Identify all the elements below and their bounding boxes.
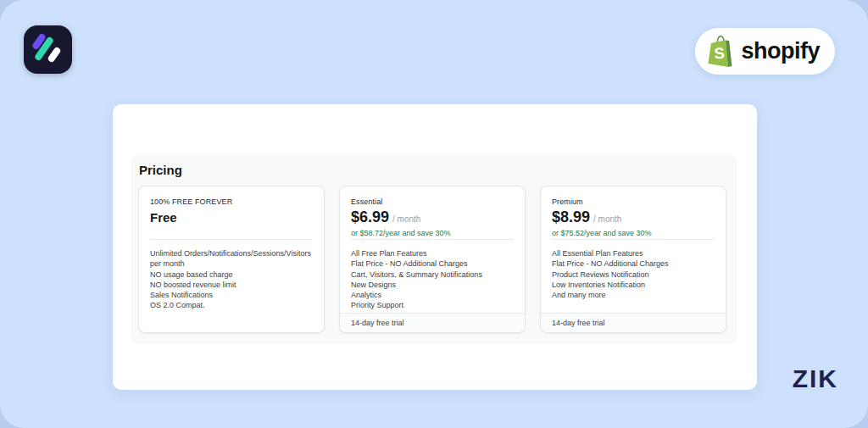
feature-item: And many more [552, 290, 715, 300]
plan-period: / month [593, 214, 621, 224]
plan-card-premium: Premium $8.99 / month or $75.52/year and… [540, 186, 726, 333]
pricing-title: Pricing [139, 163, 730, 177]
page-background: S shopify Pricing 100% FREE FOREVER Free… [0, 0, 868, 428]
feature-item: Sales Notifications [150, 290, 313, 300]
feature-item: OS 2.0 Compat. [150, 300, 313, 310]
price-row: $6.99 / month [351, 208, 514, 226]
feature-item: Priority Support [351, 300, 514, 310]
feature-item: NO boosted revenue limit [150, 280, 313, 290]
feature-list: All Essential Plan Features Flat Price -… [541, 240, 726, 300]
shopify-bag-icon: S [707, 36, 734, 68]
feature-item: Low Inventories Notification [552, 280, 715, 290]
app-logo[interactable] [24, 25, 72, 74]
svg-text:S: S [714, 43, 726, 62]
feature-item: Product Reviews Notification [552, 270, 715, 280]
shopify-wordmark: shopify [741, 38, 820, 64]
plan-card-essential: Essential $6.99 / month or $58.72/year a… [339, 186, 526, 333]
feature-item: All Free Plan Features [351, 248, 514, 258]
plan-header: Premium $8.99 / month or $75.52/year and… [541, 186, 726, 239]
plan-period: / month [392, 214, 420, 224]
plan-name: Free [150, 210, 313, 225]
plan-list: 100% FREE FOREVER Free Unlimited Orders/… [138, 186, 730, 333]
zik-watermark: ZIK [793, 364, 838, 393]
trial-footer: 14-day free trial [541, 313, 726, 332]
pricing-section: Pricing 100% FREE FOREVER Free Unlimited… [131, 155, 737, 344]
feature-item: Analytics [351, 290, 514, 300]
plan-price: $6.99 [351, 208, 389, 226]
feature-item: Flat Price - NO Additional Charges [351, 258, 514, 269]
plan-label: Essential [351, 197, 514, 206]
pricing-panel: Pricing 100% FREE FOREVER Free Unlimited… [113, 104, 757, 390]
plan-header: Essential $6.99 / month or $58.72/year a… [340, 186, 525, 239]
feature-item: Unlimited Orders/Notifications/Sessions/… [150, 248, 313, 270]
yearly-offer: or $58.72/year and save 30% [351, 229, 514, 237]
trial-footer: 14-day free trial [340, 313, 525, 332]
plan-label: 100% FREE FOREVER [150, 197, 313, 206]
yearly-offer: or $75.52/year and save 30% [552, 229, 715, 237]
price-row: $8.99 / month [552, 208, 715, 226]
feature-list: Unlimited Orders/Notifications/Sessions/… [139, 240, 324, 311]
plan-card-free: 100% FREE FOREVER Free Unlimited Orders/… [138, 186, 325, 333]
feature-item: NO usage based charge [150, 270, 313, 280]
feature-list: All Free Plan Features Flat Price - NO A… [340, 240, 525, 311]
feature-item: All Essential Plan Features [552, 248, 715, 258]
plan-label: Premium [552, 197, 715, 206]
feature-item: New Designs [351, 280, 514, 290]
shopify-badge[interactable]: S shopify [695, 28, 835, 75]
app-logo-stripe-white [47, 46, 61, 63]
feature-item: Flat Price - NO Additional Charges [552, 258, 715, 269]
plan-header: 100% FREE FOREVER Free [139, 186, 324, 239]
plan-price: $8.99 [552, 208, 590, 226]
feature-item: Cart, Visitors, & Summary Notifications [351, 270, 514, 280]
